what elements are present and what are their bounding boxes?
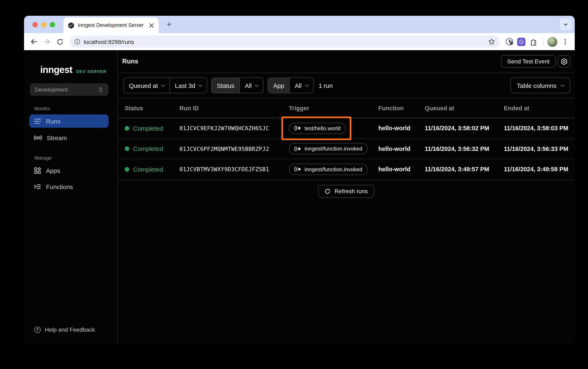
chevron-down-icon bbox=[255, 82, 259, 87]
favicon-inngest-icon bbox=[68, 22, 75, 29]
table-row[interactable]: Completed 01JCVBTMV3WXY9D3CFDEJFZSB1 inn… bbox=[118, 159, 575, 180]
forward-icon[interactable] bbox=[41, 36, 52, 47]
zoom-window-button[interactable] bbox=[50, 22, 55, 27]
browser-menu-icon[interactable] bbox=[560, 36, 571, 47]
password-manager-extension-icon[interactable] bbox=[504, 36, 515, 47]
help-label: Help and Feedback bbox=[45, 326, 95, 333]
sidebar-item-functions[interactable]: Functions bbox=[30, 180, 109, 193]
queued-at-cell: 11/16/2024, 3:56:32 PM bbox=[425, 145, 504, 152]
trigger-label: inngest/function.invoked bbox=[305, 166, 362, 173]
event-pulse-icon bbox=[294, 125, 301, 131]
sidebar-item-label: Functions bbox=[46, 183, 73, 190]
table-row[interactable]: Completed 01JCVC6PF2MQNMTWE95BBRZPJ2 inn… bbox=[118, 139, 575, 159]
bookmark-star-icon[interactable] bbox=[488, 38, 495, 45]
event-pulse-icon bbox=[294, 166, 301, 172]
sidebar-item-runs[interactable]: Runs bbox=[30, 114, 109, 128]
sidebar-item-label: Apps bbox=[46, 167, 60, 174]
app-filter-value: All bbox=[295, 82, 301, 89]
section-label-monitor: Monitor bbox=[34, 106, 117, 111]
app-content: inngest DEV SERVER Development Monitor bbox=[24, 50, 575, 345]
app-filter-dropdown[interactable]: All bbox=[289, 78, 313, 93]
tab-search-chevron-icon[interactable] bbox=[560, 19, 571, 30]
function-cell[interactable]: hello-world bbox=[378, 125, 425, 132]
trigger-badge[interactable]: inngest/function.invoked bbox=[289, 164, 368, 175]
column-header-status[interactable]: Status bbox=[125, 105, 179, 111]
settings-button[interactable] bbox=[558, 55, 570, 68]
up-down-chevron-icon bbox=[98, 86, 104, 93]
new-tab-button[interactable]: + bbox=[163, 19, 175, 30]
ended-at-cell: 11/16/2024, 3:58:03 PM bbox=[504, 125, 575, 132]
close-window-button[interactable] bbox=[32, 22, 38, 27]
tab-close-icon[interactable] bbox=[148, 22, 155, 29]
browser-extension-icon[interactable] bbox=[517, 38, 525, 46]
status-cell: Completed bbox=[125, 145, 179, 152]
dev-server-badge: DEV SERVER bbox=[76, 69, 107, 74]
run-count: 1 run bbox=[319, 82, 333, 89]
run-id-cell[interactable]: 01JCVBTMV3WXY9D3CFDEJFZSB1 bbox=[179, 166, 289, 173]
functions-icon bbox=[34, 183, 41, 190]
profile-avatar[interactable] bbox=[547, 37, 557, 47]
column-header-queued-at[interactable]: Queued at bbox=[425, 105, 504, 111]
trigger-cell: test/hello.world bbox=[289, 123, 378, 134]
environment-selector[interactable]: Development bbox=[30, 83, 109, 96]
sidebar-item-label: Stream bbox=[47, 134, 67, 141]
trigger-cell: inngest/function.invoked bbox=[289, 164, 378, 175]
time-range-dropdown[interactable]: Last 3d bbox=[169, 78, 207, 93]
table-columns-button[interactable]: Table columns bbox=[510, 78, 570, 93]
browser-tab[interactable]: Inngest Development Server bbox=[63, 17, 159, 33]
stream-icon bbox=[34, 134, 42, 141]
tab-title: Inngest Development Server bbox=[78, 22, 145, 28]
time-field-value: Queued at bbox=[129, 82, 158, 89]
hex-settings-icon bbox=[560, 58, 568, 65]
function-cell[interactable]: hello-world bbox=[378, 145, 425, 152]
browser-window: Inngest Development Server + bbox=[24, 16, 575, 345]
status-label: Completed bbox=[133, 166, 163, 173]
url-text[interactable]: localhost:8288/runs bbox=[84, 38, 485, 45]
section-label-manage: Manage bbox=[34, 155, 117, 160]
page-title: Runs bbox=[122, 58, 138, 65]
trigger-badge[interactable]: test/hello.world bbox=[289, 123, 346, 134]
status-cell: Completed bbox=[125, 166, 179, 173]
extensions-puzzle-icon[interactable] bbox=[528, 36, 539, 47]
trigger-label: test/hello.world bbox=[305, 125, 340, 132]
ended-at-cell: 11/16/2024, 3:49:58 PM bbox=[504, 166, 575, 173]
chevron-down-icon bbox=[560, 82, 565, 87]
app-filter: App All bbox=[268, 78, 314, 93]
site-info-icon[interactable] bbox=[74, 39, 80, 45]
refresh-runs-button[interactable]: Refresh runs bbox=[319, 185, 374, 198]
send-test-event-button[interactable]: Send Test Event bbox=[501, 55, 556, 68]
chevron-down-icon bbox=[199, 82, 203, 87]
reload-icon[interactable] bbox=[55, 36, 65, 47]
chevron-down-icon bbox=[305, 82, 309, 87]
back-icon[interactable] bbox=[28, 36, 39, 47]
status-filter-dropdown[interactable]: All bbox=[239, 78, 263, 93]
function-cell[interactable]: hello-world bbox=[378, 166, 425, 173]
sidebar-item-apps[interactable]: Apps bbox=[30, 164, 109, 177]
runs-icon bbox=[34, 118, 41, 125]
status-completed-dot bbox=[125, 126, 129, 131]
minimize-window-button[interactable] bbox=[41, 22, 46, 27]
apps-icon bbox=[34, 167, 41, 174]
toolbar-divider bbox=[543, 38, 543, 45]
column-header-trigger[interactable]: Trigger bbox=[289, 105, 378, 111]
time-field-dropdown[interactable]: Queued at bbox=[124, 78, 169, 93]
trigger-badge[interactable]: inngest/function.invoked bbox=[289, 143, 368, 154]
status-label: Completed bbox=[133, 145, 163, 152]
address-bar[interactable]: localhost:8288/runs bbox=[70, 36, 500, 48]
status-filter: Status All bbox=[211, 78, 264, 93]
column-header-ended-at[interactable]: Ended at bbox=[504, 105, 575, 111]
help-and-feedback[interactable]: ? Help and Feedback bbox=[34, 326, 95, 333]
column-header-function[interactable]: Function bbox=[378, 105, 425, 111]
status-label: Completed bbox=[133, 125, 163, 132]
column-header-run-id[interactable]: Run ID bbox=[179, 105, 289, 111]
run-id-cell[interactable]: 01JCVC9EFKJ2W70WQHC6ZH6SJC bbox=[179, 125, 289, 132]
table-row[interactable]: Completed 01JCVC9EFKJ2W70WQHC6ZH6SJC tes… bbox=[118, 118, 575, 139]
screen: Inngest Development Server + bbox=[0, 0, 588, 369]
sidebar-item-stream[interactable]: Stream bbox=[30, 131, 109, 144]
queued-at-cell: 11/16/2024, 3:58:02 PM bbox=[425, 125, 504, 132]
queued-at-cell: 11/16/2024, 3:49:57 PM bbox=[425, 166, 504, 173]
question-icon: ? bbox=[34, 327, 41, 333]
tab-strip: Inngest Development Server + bbox=[24, 16, 575, 33]
app-filter-label: App bbox=[268, 78, 289, 93]
run-id-cell[interactable]: 01JCVC6PF2MQNMTWE95BBRZPJ2 bbox=[179, 145, 289, 152]
